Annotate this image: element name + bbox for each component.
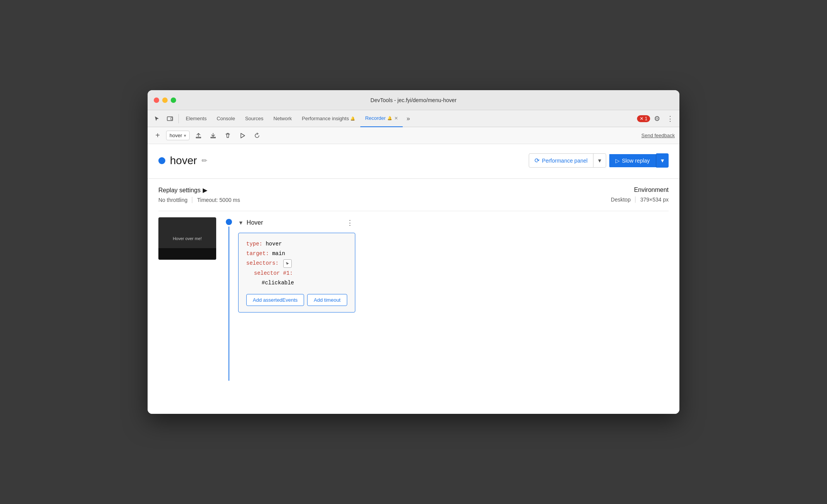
performance-panel-icon: ⟳ — [535, 157, 540, 164]
add-recording-button[interactable]: + — [152, 130, 163, 141]
timeline-line — [229, 227, 229, 381]
code-target-line: target: main — [246, 249, 347, 259]
settings-button[interactable]: ⚙ — [651, 113, 663, 125]
recording-name-label: hover — [170, 155, 197, 167]
environment-section: Environment Desktop 379×534 px — [611, 186, 669, 203]
selector-inspect-icon[interactable] — [283, 259, 292, 268]
replay-settings-title[interactable]: Replay settings ▶ — [158, 186, 240, 194]
main-content: hover ✏ ⟳ Performance panel ▾ ▷ Slow rep… — [148, 144, 679, 414]
replay-settings-info: No throttling Timeout: 5000 ms — [158, 197, 240, 203]
recorder-badge: 🔔 — [387, 116, 392, 120]
devtools-tabs-bar: Elements Console Sources Network Perform… — [148, 110, 679, 127]
add-asserted-events-button[interactable]: Add assertedEvents — [246, 294, 304, 306]
tab-console[interactable]: Console — [212, 110, 240, 127]
replay-settings-arrow-icon: ▶ — [203, 186, 207, 194]
slow-replay-main[interactable]: ▷ Slow replay — [609, 154, 656, 167]
send-feedback-link[interactable]: Send feedback — [641, 133, 675, 138]
export-button[interactable] — [193, 130, 204, 141]
code-selector-num-line: selector #1: — [254, 269, 347, 278]
svg-rect-1 — [171, 118, 172, 120]
timeline-line-area — [226, 217, 232, 381]
tab-divider — [178, 114, 179, 123]
replay-settings-section: Replay settings ▶ No throttling Timeout:… — [158, 179, 669, 211]
step-more-options-button[interactable]: ⋮ — [345, 217, 355, 228]
recording-status-dot — [158, 157, 165, 164]
environment-info: Desktop 379×534 px — [611, 197, 669, 203]
maximize-button[interactable] — [171, 97, 176, 103]
performance-panel-button[interactable]: ⟳ Performance panel ▾ — [529, 153, 606, 168]
edit-recording-name-icon[interactable]: ✏ — [202, 156, 207, 165]
slow-replay-button[interactable]: ▷ Slow replay ▾ — [609, 153, 669, 168]
step-timeline: ▼ Hover ⋮ type: hover target: — [226, 217, 355, 381]
tab-network[interactable]: Network — [269, 110, 297, 127]
traffic-lights — [154, 97, 176, 103]
performance-insights-badge: 🔔 — [350, 116, 355, 121]
timeline-dot — [226, 219, 232, 225]
window-title: DevTools - jec.fyi/demo/menu-hover — [370, 97, 456, 103]
devtools-window: DevTools - jec.fyi/demo/menu-hover Eleme… — [148, 90, 679, 414]
tabs-overflow-btn[interactable]: » — [403, 115, 413, 122]
settings-info-divider — [192, 197, 192, 203]
recording-selector[interactable]: hover ▾ — [166, 131, 190, 140]
tab-recorder[interactable]: Recorder 🔔 ✕ — [360, 110, 402, 127]
step-content: ▼ Hover ⋮ type: hover target: — [238, 217, 355, 312]
recording-actions: ⟳ Performance panel ▾ ▷ Slow replay ▾ — [529, 153, 669, 168]
slow-replay-play-icon: ▷ — [615, 158, 620, 164]
code-selector-value-line: #clickable — [262, 278, 347, 288]
performance-panel-dropdown[interactable]: ▾ — [593, 154, 606, 167]
title-bar: DevTools - jec.fyi/demo/menu-hover — [148, 90, 679, 110]
preview-hover-text: Hover over me! — [173, 236, 202, 241]
tab-performance-insights[interactable]: Performance insights 🔔 — [297, 110, 360, 127]
error-count-badge[interactable]: ✕ 1 — [637, 115, 650, 122]
slow-replay-dropdown[interactable]: ▾ — [656, 153, 669, 168]
step-header: ▼ Hover ⋮ — [238, 217, 355, 228]
tab-sources[interactable]: Sources — [240, 110, 268, 127]
step-code-block: type: hover target: main selectors: — [238, 233, 355, 312]
more-options-button[interactable]: ⋮ — [664, 113, 676, 125]
code-selectors-line: selectors: — [246, 259, 347, 268]
preview-black-box — [158, 248, 216, 260]
step-title: Hover — [247, 219, 341, 226]
step-preview-thumbnail: Hover over me! — [158, 217, 216, 260]
delete-button[interactable] — [222, 130, 234, 141]
steps-area: Hover over me! ▼ Hover ⋮ — [158, 217, 669, 381]
recorder-tab-close[interactable]: ✕ — [394, 116, 398, 121]
close-button[interactable] — [154, 97, 159, 103]
code-actions: Add assertedEvents Add timeout — [246, 294, 347, 306]
device-toggle-icon[interactable] — [164, 113, 176, 125]
preview-panel: Hover over me! — [158, 217, 218, 381]
code-type-line: type: hover — [246, 239, 347, 249]
add-timeout-button[interactable]: Add timeout — [307, 294, 347, 306]
replay-button[interactable] — [251, 130, 263, 141]
recording-title-area: hover ✏ — [158, 155, 207, 167]
tab-elements[interactable]: Elements — [181, 110, 211, 127]
cursor-icon[interactable] — [151, 113, 163, 125]
step-collapse-icon[interactable]: ▼ — [238, 220, 244, 226]
import-button[interactable] — [207, 130, 219, 141]
secondary-toolbar: + hover ▾ — [148, 127, 679, 144]
minimize-button[interactable] — [162, 97, 168, 103]
play-button[interactable] — [237, 130, 248, 141]
environment-title: Environment — [611, 186, 669, 193]
performance-panel-main[interactable]: ⟳ Performance panel — [529, 154, 593, 167]
recording-header: hover ✏ ⟳ Performance panel ▾ ▷ Slow rep… — [158, 153, 669, 168]
